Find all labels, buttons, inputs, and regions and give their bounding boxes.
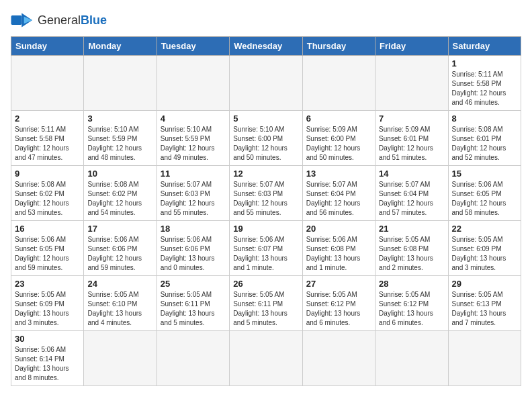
page-header: GeneralBlue xyxy=(11,11,521,30)
day-info: Sunrise: 5:05 AM Sunset: 6:08 PM Dayligh… xyxy=(379,235,444,273)
calendar-cell-w6-d2 xyxy=(84,331,157,386)
calendar-cell-w2-d3: 4Sunrise: 5:10 AM Sunset: 5:59 PM Daylig… xyxy=(157,111,229,166)
calendar-week-2: 2Sunrise: 5:11 AM Sunset: 5:58 PM Daylig… xyxy=(11,111,521,166)
day-info: Sunrise: 5:11 AM Sunset: 5:58 PM Dayligh… xyxy=(15,125,80,163)
day-number: 14 xyxy=(379,169,444,179)
day-info: Sunrise: 5:07 AM Sunset: 6:04 PM Dayligh… xyxy=(379,180,444,218)
calendar-cell-w4-d6: 21Sunrise: 5:05 AM Sunset: 6:08 PM Dayli… xyxy=(375,221,448,276)
calendar-cell-w4-d7: 22Sunrise: 5:05 AM Sunset: 6:09 PM Dayli… xyxy=(448,221,521,276)
calendar-cell-w5-d6: 28Sunrise: 5:05 AM Sunset: 6:12 PM Dayli… xyxy=(375,276,448,331)
day-info: Sunrise: 5:09 AM Sunset: 6:00 PM Dayligh… xyxy=(306,125,371,163)
day-number: 26 xyxy=(233,279,298,289)
calendar-cell-w6-d6 xyxy=(375,331,448,386)
calendar-cell-w1-d3 xyxy=(157,56,229,111)
day-number: 11 xyxy=(161,169,226,179)
day-number: 6 xyxy=(306,113,371,124)
day-number: 22 xyxy=(452,224,517,234)
calendar-cell-w2-d6: 7Sunrise: 5:09 AM Sunset: 6:01 PM Daylig… xyxy=(375,111,448,166)
day-number: 12 xyxy=(233,169,298,179)
day-number: 5 xyxy=(233,113,298,124)
day-info: Sunrise: 5:10 AM Sunset: 5:59 PM Dayligh… xyxy=(87,125,152,163)
calendar-cell-w5-d2: 24Sunrise: 5:05 AM Sunset: 6:10 PM Dayli… xyxy=(84,276,157,331)
day-info: Sunrise: 5:09 AM Sunset: 6:01 PM Dayligh… xyxy=(379,125,444,163)
day-number: 23 xyxy=(15,279,80,289)
calendar-cell-w6-d5 xyxy=(302,331,375,386)
calendar-cell-w4-d5: 20Sunrise: 5:06 AM Sunset: 6:08 PM Dayli… xyxy=(302,221,375,276)
day-info: Sunrise: 5:06 AM Sunset: 6:05 PM Dayligh… xyxy=(452,180,517,218)
day-number: 27 xyxy=(306,279,371,289)
calendar-cell-w1-d2 xyxy=(84,56,157,111)
calendar-cell-w5-d3: 25Sunrise: 5:05 AM Sunset: 6:11 PM Dayli… xyxy=(157,276,229,331)
calendar-cell-w4-d1: 16Sunrise: 5:06 AM Sunset: 6:05 PM Dayli… xyxy=(11,221,84,276)
calendar-cell-w1-d1 xyxy=(11,56,84,111)
day-number: 29 xyxy=(452,279,517,289)
col-sunday: Sunday xyxy=(11,37,84,56)
calendar-cell-w5-d5: 27Sunrise: 5:05 AM Sunset: 6:12 PM Dayli… xyxy=(302,276,375,331)
day-info: Sunrise: 5:06 AM Sunset: 6:08 PM Dayligh… xyxy=(306,235,371,273)
day-info: Sunrise: 5:07 AM Sunset: 6:03 PM Dayligh… xyxy=(233,180,298,218)
day-info: Sunrise: 5:07 AM Sunset: 6:04 PM Dayligh… xyxy=(306,180,371,218)
day-number: 10 xyxy=(87,169,152,179)
day-info: Sunrise: 5:08 AM Sunset: 6:02 PM Dayligh… xyxy=(15,180,80,218)
day-info: Sunrise: 5:05 AM Sunset: 6:13 PM Dayligh… xyxy=(452,290,517,328)
calendar-week-3: 9Sunrise: 5:08 AM Sunset: 6:02 PM Daylig… xyxy=(11,166,521,221)
day-info: Sunrise: 5:05 AM Sunset: 6:10 PM Dayligh… xyxy=(87,290,152,328)
col-monday: Monday xyxy=(84,37,157,56)
col-tuesday: Tuesday xyxy=(157,37,229,56)
calendar-cell-w3-d7: 15Sunrise: 5:06 AM Sunset: 6:05 PM Dayli… xyxy=(448,166,521,221)
day-number: 9 xyxy=(15,169,80,179)
day-number: 17 xyxy=(87,224,152,234)
day-number: 16 xyxy=(15,224,80,234)
day-number: 15 xyxy=(452,169,517,179)
calendar-cell-w1-d7: 1Sunrise: 5:11 AM Sunset: 5:58 PM Daylig… xyxy=(448,56,521,111)
day-number: 24 xyxy=(87,279,152,289)
day-info: Sunrise: 5:05 AM Sunset: 6:12 PM Dayligh… xyxy=(306,290,371,328)
calendar-week-6: 30Sunrise: 5:06 AM Sunset: 6:14 PM Dayli… xyxy=(11,331,521,386)
day-number: 21 xyxy=(379,224,444,234)
day-info: Sunrise: 5:08 AM Sunset: 6:02 PM Dayligh… xyxy=(87,180,152,218)
day-number: 8 xyxy=(452,113,517,124)
day-number: 3 xyxy=(87,113,152,124)
calendar-cell-w2-d5: 6Sunrise: 5:09 AM Sunset: 6:00 PM Daylig… xyxy=(302,111,375,166)
day-info: Sunrise: 5:08 AM Sunset: 6:01 PM Dayligh… xyxy=(452,125,517,163)
calendar-cell-w2-d1: 2Sunrise: 5:11 AM Sunset: 5:58 PM Daylig… xyxy=(11,111,84,166)
calendar-cell-w1-d5 xyxy=(302,56,375,111)
day-number: 25 xyxy=(161,279,226,289)
day-number: 7 xyxy=(379,113,444,124)
calendar-cell-w4-d2: 17Sunrise: 5:06 AM Sunset: 6:06 PM Dayli… xyxy=(84,221,157,276)
calendar-cell-w2-d2: 3Sunrise: 5:10 AM Sunset: 5:59 PM Daylig… xyxy=(84,111,157,166)
day-number: 1 xyxy=(452,58,517,68)
calendar-cell-w6-d4 xyxy=(230,331,302,386)
logo: GeneralBlue xyxy=(11,11,107,30)
calendar-week-1: 1Sunrise: 5:11 AM Sunset: 5:58 PM Daylig… xyxy=(11,56,521,111)
day-info: Sunrise: 5:06 AM Sunset: 6:06 PM Dayligh… xyxy=(161,235,226,273)
day-info: Sunrise: 5:05 AM Sunset: 6:11 PM Dayligh… xyxy=(161,290,226,328)
calendar-cell-w1-d6 xyxy=(375,56,448,111)
calendar-week-4: 16Sunrise: 5:06 AM Sunset: 6:05 PM Dayli… xyxy=(11,221,521,276)
calendar-cell-w5-d7: 29Sunrise: 5:05 AM Sunset: 6:13 PM Dayli… xyxy=(448,276,521,331)
day-info: Sunrise: 5:05 AM Sunset: 6:09 PM Dayligh… xyxy=(452,235,517,273)
day-number: 18 xyxy=(161,224,226,234)
calendar-cell-w6-d7 xyxy=(448,331,521,386)
day-number: 19 xyxy=(233,224,298,234)
calendar-cell-w3-d2: 10Sunrise: 5:08 AM Sunset: 6:02 PM Dayli… xyxy=(84,166,157,221)
calendar-cell-w3-d6: 14Sunrise: 5:07 AM Sunset: 6:04 PM Dayli… xyxy=(375,166,448,221)
logo-icon xyxy=(11,11,35,30)
day-info: Sunrise: 5:05 AM Sunset: 6:11 PM Dayligh… xyxy=(233,290,298,328)
day-number: 30 xyxy=(15,334,80,344)
day-number: 13 xyxy=(306,169,371,179)
calendar-cell-w6-d3 xyxy=(157,331,229,386)
day-info: Sunrise: 5:06 AM Sunset: 6:14 PM Dayligh… xyxy=(15,345,80,383)
day-info: Sunrise: 5:05 AM Sunset: 6:12 PM Dayligh… xyxy=(379,290,444,328)
calendar-cell-w4-d4: 19Sunrise: 5:06 AM Sunset: 6:07 PM Dayli… xyxy=(230,221,302,276)
day-number: 20 xyxy=(306,224,371,234)
day-info: Sunrise: 5:10 AM Sunset: 6:00 PM Dayligh… xyxy=(233,125,298,163)
day-info: Sunrise: 5:06 AM Sunset: 6:06 PM Dayligh… xyxy=(87,235,152,273)
day-info: Sunrise: 5:11 AM Sunset: 5:58 PM Dayligh… xyxy=(452,70,517,107)
day-info: Sunrise: 5:05 AM Sunset: 6:09 PM Dayligh… xyxy=(15,290,80,328)
col-friday: Friday xyxy=(375,37,448,56)
calendar-cell-w5-d1: 23Sunrise: 5:05 AM Sunset: 6:09 PM Dayli… xyxy=(11,276,84,331)
calendar-table: Sunday Monday Tuesday Wednesday Thursday… xyxy=(11,36,521,386)
day-info: Sunrise: 5:06 AM Sunset: 6:07 PM Dayligh… xyxy=(233,235,298,273)
col-wednesday: Wednesday xyxy=(230,37,302,56)
